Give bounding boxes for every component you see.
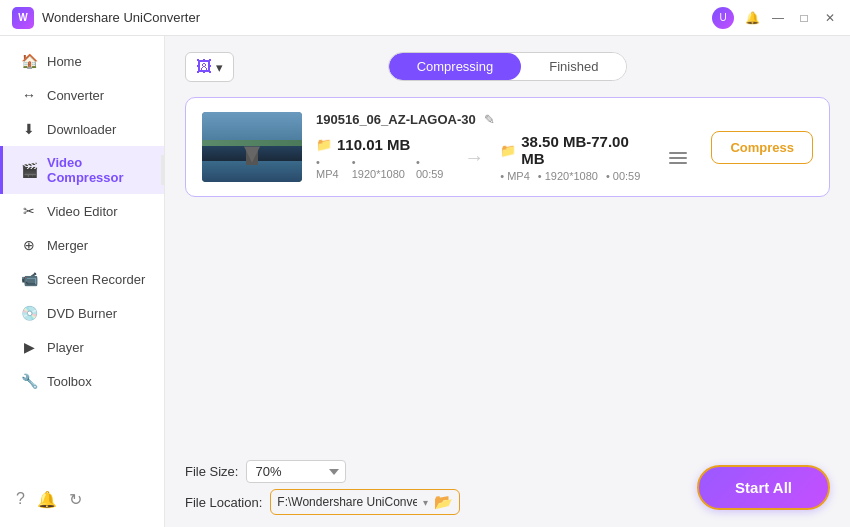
file-info: 190516_06_AZ-LAGOA-30 ✎ 📁 110.01 MB • MP… [316, 112, 697, 182]
bottom-left: File Size: 70% 50% 80% 90% File Location… [185, 460, 460, 515]
file-size-select[interactable]: 70% 50% 80% 90% [246, 460, 346, 483]
sidebar-item-toolbox[interactable]: 🔧 Toolbox [0, 364, 164, 398]
tabs-container: Compressing Finished [388, 52, 628, 81]
target-folder-icon: 📁 [500, 143, 516, 158]
add-files-button[interactable]: 🖼 ▾ [185, 52, 234, 82]
source-format: • MP4 [316, 156, 344, 180]
sidebar-item-label: Screen Recorder [47, 272, 145, 287]
sidebar-item-home[interactable]: 🏠 Home [0, 44, 164, 78]
refresh-icon[interactable]: ↻ [69, 490, 82, 509]
title-bar: W Wondershare UniConverter U 🔔 — □ ✕ [0, 0, 850, 36]
app-icon: W [12, 7, 34, 29]
help-icon[interactable]: ? [16, 490, 25, 509]
target-format: • MP4 [500, 170, 530, 182]
video-compressor-icon: 🎬 [21, 162, 37, 178]
add-button-dropdown-icon: ▾ [216, 60, 223, 75]
title-bar-left: W Wondershare UniConverter [12, 7, 200, 29]
sidebar-item-downloader[interactable]: ⬇ Downloader [0, 112, 164, 146]
screen-recorder-icon: 📹 [21, 271, 37, 287]
sidebar: 🏠 Home ↔ Converter ⬇ Downloader 🎬 Video … [0, 36, 165, 527]
sidebar-item-label: Toolbox [47, 374, 92, 389]
tabs-row: 🖼 ▾ Compressing Finished [185, 52, 830, 81]
sidebar-item-dvd-burner[interactable]: 💿 DVD Burner [0, 296, 164, 330]
target-duration: • 00:59 [606, 170, 640, 182]
file-size-row: File Size: 70% 50% 80% 90% [185, 460, 460, 483]
bottom-bar: File Size: 70% 50% 80% 90% File Location… [165, 448, 850, 527]
home-icon: 🏠 [21, 53, 37, 69]
sidebar-item-video-editor[interactable]: ✂ Video Editor [0, 194, 164, 228]
target-size-block: 📁 38.50 MB-77.00 MB • MP4 • 1920*1080 • … [500, 133, 647, 182]
sidebar-item-label: Video Compressor [47, 155, 146, 185]
minimize-button[interactable]: — [770, 10, 786, 26]
sidebar-item-label: DVD Burner [47, 306, 117, 321]
sidebar-item-label: Merger [47, 238, 88, 253]
close-button[interactable]: ✕ [822, 10, 838, 26]
sidebar-item-screen-recorder[interactable]: 📹 Screen Recorder [0, 262, 164, 296]
add-icon: 🖼 [196, 58, 212, 76]
file-sizes-row: 📁 110.01 MB • MP4 • 1920*1080 • 00:59 → [316, 133, 697, 182]
content-area: 🖼 ▾ Compressing Finished 19 [165, 36, 850, 527]
video-editor-icon: ✂ [21, 203, 37, 219]
arrow-icon: → [464, 146, 484, 169]
sidebar-item-video-compressor[interactable]: 🎬 Video Compressor ‹ [0, 146, 164, 194]
tab-finished[interactable]: Finished [521, 53, 626, 80]
file-location-row: File Location: F:\Wondershare UniConvert… [185, 489, 460, 515]
sidebar-item-converter[interactable]: ↔ Converter [0, 78, 164, 112]
file-location-label: File Location: [185, 495, 262, 510]
file-location-select[interactable]: F:\Wondershare UniConverte [277, 495, 417, 509]
toolbox-icon: 🔧 [21, 373, 37, 389]
file-edit-icon[interactable]: ✎ [484, 112, 495, 127]
sidebar-item-label: Video Editor [47, 204, 118, 219]
app-title: Wondershare UniConverter [42, 10, 200, 25]
file-thumbnail [202, 112, 302, 182]
file-name-row: 190516_06_AZ-LAGOA-30 ✎ [316, 112, 697, 127]
maximize-button[interactable]: □ [796, 10, 812, 26]
file-name: 190516_06_AZ-LAGOA-30 [316, 112, 476, 127]
main-layout: 🏠 Home ↔ Converter ⬇ Downloader 🎬 Video … [0, 36, 850, 527]
sidebar-item-label: Player [47, 340, 84, 355]
notification-button[interactable]: 🔔 [744, 10, 760, 26]
title-bar-controls: U 🔔 — □ ✕ [712, 7, 838, 29]
player-icon: ▶ [21, 339, 37, 355]
source-duration: • 00:59 [416, 156, 448, 180]
sidebar-item-merger[interactable]: ⊕ Merger [0, 228, 164, 262]
file-card: 190516_06_AZ-LAGOA-30 ✎ 📁 110.01 MB • MP… [185, 97, 830, 197]
source-meta: • MP4 • 1920*1080 • 00:59 [316, 156, 448, 180]
location-box: F:\Wondershare UniConverte ▾ 📂 [270, 489, 460, 515]
source-folder-icon: 📁 [316, 137, 332, 152]
tab-compressing[interactable]: Compressing [389, 53, 522, 80]
converter-icon: ↔ [21, 87, 37, 103]
settings-icon-button[interactable] [665, 148, 691, 168]
merger-icon: ⊕ [21, 237, 37, 253]
sidebar-item-label: Downloader [47, 122, 116, 137]
file-size-label: File Size: [185, 464, 238, 479]
sidebar-item-player[interactable]: ▶ Player [0, 330, 164, 364]
dvd-burner-icon: 💿 [21, 305, 37, 321]
target-size: 📁 38.50 MB-77.00 MB [500, 133, 647, 167]
compress-file-button[interactable]: Compress [711, 131, 813, 164]
location-dropdown-icon: ▾ [423, 497, 428, 508]
location-folder-icon[interactable]: 📂 [434, 493, 453, 511]
bell-icon[interactable]: 🔔 [37, 490, 57, 509]
start-all-button[interactable]: Start All [697, 465, 830, 510]
source-size-block: 📁 110.01 MB • MP4 • 1920*1080 • 00:59 [316, 136, 448, 180]
sidebar-footer: ? 🔔 ↻ [0, 480, 164, 519]
target-meta: • MP4 • 1920*1080 • 00:59 [500, 170, 647, 182]
downloader-icon: ⬇ [21, 121, 37, 137]
sidebar-item-label: Converter [47, 88, 104, 103]
user-avatar-button[interactable]: U [712, 7, 734, 29]
target-resolution: • 1920*1080 [538, 170, 598, 182]
source-resolution: • 1920*1080 [352, 156, 408, 180]
source-size: 📁 110.01 MB [316, 136, 448, 153]
sidebar-item-label: Home [47, 54, 82, 69]
